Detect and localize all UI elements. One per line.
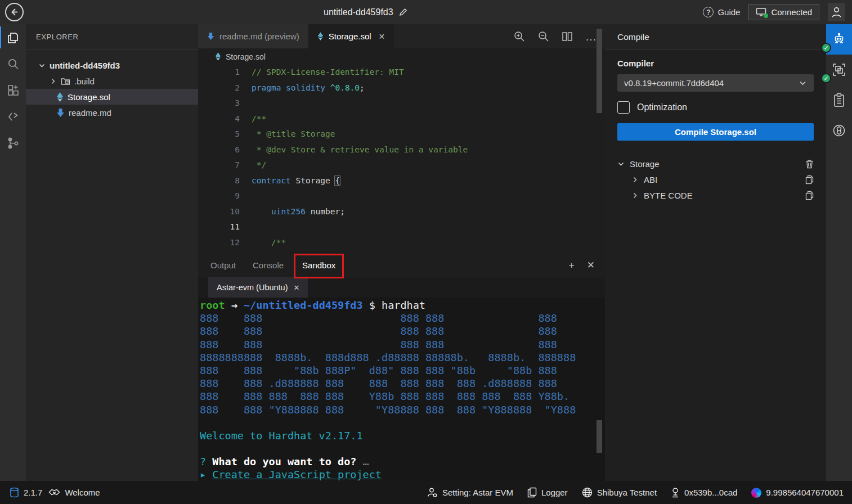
avatar[interactable] <box>828 3 845 21</box>
compiler-version-select[interactable]: v0.8.19+commit.7dd6d404 <box>617 74 814 92</box>
terminal-line: root → ~/untitled-dd459fd3 $ hardhat <box>200 299 605 312</box>
more-actions-icon[interactable]: … <box>585 34 597 39</box>
close-panel-icon[interactable]: ✕ <box>587 259 595 271</box>
close-icon[interactable]: ✕ <box>379 32 385 41</box>
tab-output[interactable]: Output <box>210 260 236 270</box>
terminal-line: 888 888 "88b 888P" d88" 888 888 "88b "88… <box>200 364 605 377</box>
edit-pencil-icon[interactable] <box>398 7 408 17</box>
terminal-tab[interactable]: Astar-evm (Ubuntu) ✕ <box>208 277 308 298</box>
line-number: 11 <box>198 219 246 235</box>
solidity-icon <box>215 52 221 61</box>
editor-tabs: readme.md (preview) Storage.sol ✕ … <box>198 24 605 48</box>
plugin-item-compile[interactable]: ✓ <box>826 24 852 55</box>
extensions-icon <box>7 84 20 97</box>
contract-abi-row[interactable]: ABI <box>617 172 814 187</box>
tree-item-root[interactable]: untitled-dd459fd3 <box>26 57 198 73</box>
folder-icon <box>61 77 70 86</box>
terminal-line: 888 888 888 888 888 Y88b 888 888 888 888… <box>200 390 605 403</box>
contract-bytecode-row[interactable]: BYTE CODE <box>617 187 814 203</box>
tab-sandbox[interactable]: Sandbox <box>302 260 335 270</box>
code-line: 5 * @title Storage <box>198 127 605 142</box>
code-line: 4/** <box>198 111 605 127</box>
code-editor[interactable]: 1// SPDX-License-Identifier: MIT2pragma … <box>198 65 605 253</box>
terminal[interactable]: root → ~/untitled-dd459fd3 $ hardhat888 … <box>198 298 605 481</box>
terminal-line: ? What do you want to do? … <box>200 455 605 468</box>
tree-item-readme-md[interactable]: readme.md <box>26 105 198 120</box>
plugin-item-scan[interactable] <box>826 85 852 115</box>
wallet-address-item[interactable]: 0x539b...0cad <box>671 487 737 498</box>
tab-storage-sol[interactable]: Storage.sol ✕ <box>308 24 394 48</box>
code-line: 6 * @dev Store & retrieve value in a var… <box>198 142 605 158</box>
stamp-pin-icon <box>671 487 680 498</box>
line-number: 4 <box>198 111 246 127</box>
add-terminal-icon[interactable]: + <box>569 260 575 271</box>
explorer-header: EXPLORER <box>26 24 198 50</box>
connected-button[interactable]: Connected <box>748 4 819 20</box>
sidebar-item-search[interactable] <box>0 51 26 77</box>
line-number: 6 <box>198 142 246 158</box>
astar-token-icon <box>751 488 761 498</box>
search-icon <box>7 57 20 70</box>
panel-tabs: Output Console Sandbox + ✕ <box>198 253 605 277</box>
split-editor-icon[interactable] <box>562 31 573 42</box>
optimization-checkbox[interactable] <box>617 101 630 114</box>
line-number: 2 <box>198 80 246 96</box>
tree-item-storage-sol[interactable]: Storage.sol <box>26 89 198 105</box>
copy-icon[interactable] <box>805 191 814 200</box>
activity-bar-left <box>0 24 26 481</box>
sidebar-item-plugins[interactable] <box>0 104 26 130</box>
chevron-right-icon <box>631 192 639 199</box>
welcome-item[interactable]: Welcome <box>48 488 100 497</box>
logger-item[interactable]: Logger <box>527 487 568 498</box>
explorer-sidebar: EXPLORER untitled-dd459fd3 .build Storag… <box>26 24 198 481</box>
code-line: 3 <box>198 96 605 111</box>
tab-console[interactable]: Console <box>253 260 284 270</box>
compiler-version-value: v0.8.19+commit.7dd6d404 <box>624 78 724 88</box>
terminal-line: 888 888 888 888 888 <box>200 312 605 325</box>
compile-button[interactable]: Compile Storage.sol <box>617 123 814 141</box>
terminal-line: 8888888888 8888b. 888d888 .d88888 88888b… <box>200 351 605 364</box>
copy-icon[interactable] <box>805 175 814 184</box>
chevron-right-icon <box>631 176 639 183</box>
sidebar-item-explorer[interactable] <box>0 24 26 51</box>
tab-readme[interactable]: readme.md (preview) <box>198 24 308 48</box>
database-icon <box>10 487 19 498</box>
bottom-panel: Output Console Sandbox + ✕ Astar-evm (Ub… <box>198 253 605 481</box>
guide-button[interactable]: ? Guide <box>703 7 740 17</box>
plugin-item-deploy[interactable]: ✓ <box>826 55 852 85</box>
setting-item[interactable]: Setting: Astar EVM <box>427 487 513 498</box>
zoom-in-icon[interactable] <box>513 30 525 42</box>
line-number: 7 <box>198 158 246 173</box>
zoom-out-icon[interactable] <box>537 30 549 42</box>
line-number: 1 <box>198 65 246 80</box>
handshake-icon <box>48 488 60 497</box>
optimization-option[interactable]: Optimization <box>617 101 814 114</box>
terminal-line: ▸ Create a JavaScript project <box>200 468 605 481</box>
back-arrow-icon <box>10 7 19 17</box>
delete-icon[interactable] <box>805 159 814 169</box>
terminal-line: 888 888 .d888888 888 888 888 888 888 .d8… <box>200 377 605 390</box>
plugin-item-ai[interactable] <box>826 115 852 146</box>
statusbar: 2.1.7 Welcome Setting: Astar EVM Logger … <box>0 481 852 504</box>
editor-scrollbar[interactable] <box>597 29 602 113</box>
titlebar: untitled-dd459fd3 ? Guide Connected <box>0 0 852 24</box>
user-icon <box>831 6 842 18</box>
contract-storage-row[interactable]: Storage <box>617 156 814 172</box>
close-icon[interactable]: ✕ <box>294 284 300 292</box>
user-gear-icon <box>427 487 438 498</box>
line-number: 10 <box>198 204 246 220</box>
sidebar-item-git[interactable] <box>0 130 26 156</box>
tree-item-build-folder[interactable]: .build <box>26 73 198 89</box>
breadcrumb[interactable]: Storage.sol <box>198 48 605 65</box>
chevrons-icon <box>7 110 20 123</box>
terminal-scrollbar[interactable] <box>597 420 602 453</box>
clipboard-icon <box>832 93 846 107</box>
deploy-check-badge: ✓ <box>821 73 831 83</box>
files-icon <box>6 31 20 44</box>
sidebar-item-extensions[interactable] <box>0 77 26 104</box>
online-dot <box>764 14 768 18</box>
back-button[interactable] <box>5 3 24 21</box>
question-icon: ? <box>703 7 714 17</box>
chevron-down-icon <box>38 62 46 69</box>
network-item[interactable]: Shibuya Testnet <box>582 487 657 498</box>
